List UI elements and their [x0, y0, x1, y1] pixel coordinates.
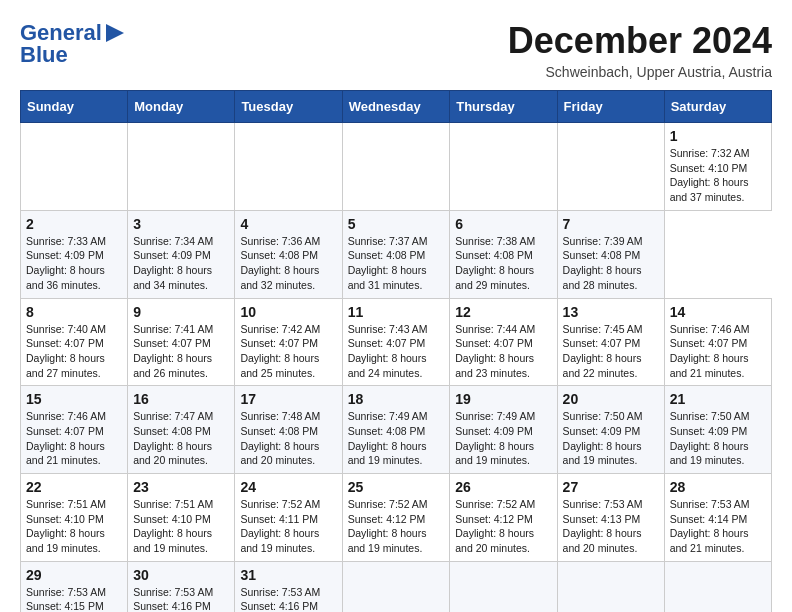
day-number: 29 — [26, 567, 122, 583]
calendar-week-row: 8 Sunrise: 7:40 AM Sunset: 4:07 PM Dayli… — [21, 298, 772, 386]
calendar-cell: 12 Sunrise: 7:44 AM Sunset: 4:07 PM Dayl… — [450, 298, 557, 386]
day-number: 22 — [26, 479, 122, 495]
day-info: Sunrise: 7:52 AM Sunset: 4:12 PM Dayligh… — [455, 497, 551, 556]
day-number: 7 — [563, 216, 659, 232]
calendar-cell — [450, 123, 557, 211]
day-info: Sunrise: 7:36 AM Sunset: 4:08 PM Dayligh… — [240, 234, 336, 293]
day-info: Sunrise: 7:49 AM Sunset: 4:09 PM Dayligh… — [455, 409, 551, 468]
day-info: Sunrise: 7:40 AM Sunset: 4:07 PM Dayligh… — [26, 322, 122, 381]
day-info: Sunrise: 7:53 AM Sunset: 4:13 PM Dayligh… — [563, 497, 659, 556]
calendar-cell: 3 Sunrise: 7:34 AM Sunset: 4:09 PM Dayli… — [128, 210, 235, 298]
day-number: 31 — [240, 567, 336, 583]
day-info: Sunrise: 7:33 AM Sunset: 4:09 PM Dayligh… — [26, 234, 122, 293]
calendar-cell: 13 Sunrise: 7:45 AM Sunset: 4:07 PM Dayl… — [557, 298, 664, 386]
day-number: 23 — [133, 479, 229, 495]
calendar-cell: 8 Sunrise: 7:40 AM Sunset: 4:07 PM Dayli… — [21, 298, 128, 386]
calendar-cell — [557, 561, 664, 612]
day-info: Sunrise: 7:49 AM Sunset: 4:08 PM Dayligh… — [348, 409, 445, 468]
day-number: 3 — [133, 216, 229, 232]
calendar-cell: 16 Sunrise: 7:47 AM Sunset: 4:08 PM Dayl… — [128, 386, 235, 474]
day-number: 9 — [133, 304, 229, 320]
day-info: Sunrise: 7:46 AM Sunset: 4:07 PM Dayligh… — [26, 409, 122, 468]
col-thursday: Thursday — [450, 91, 557, 123]
day-number: 4 — [240, 216, 336, 232]
calendar-cell: 28 Sunrise: 7:53 AM Sunset: 4:14 PM Dayl… — [664, 474, 771, 562]
calendar-cell: 7 Sunrise: 7:39 AM Sunset: 4:08 PM Dayli… — [557, 210, 664, 298]
day-number: 26 — [455, 479, 551, 495]
calendar-week-row: 22 Sunrise: 7:51 AM Sunset: 4:10 PM Dayl… — [21, 474, 772, 562]
calendar-cell: 9 Sunrise: 7:41 AM Sunset: 4:07 PM Dayli… — [128, 298, 235, 386]
day-number: 21 — [670, 391, 766, 407]
page-header: General Blue December 2024 Schweinbach, … — [20, 20, 772, 80]
calendar-table: Sunday Monday Tuesday Wednesday Thursday… — [20, 90, 772, 612]
day-info: Sunrise: 7:51 AM Sunset: 4:10 PM Dayligh… — [26, 497, 122, 556]
calendar-cell: 25 Sunrise: 7:52 AM Sunset: 4:12 PM Dayl… — [342, 474, 450, 562]
calendar-cell: 2 Sunrise: 7:33 AM Sunset: 4:09 PM Dayli… — [21, 210, 128, 298]
calendar-cell — [342, 123, 450, 211]
title-block: December 2024 Schweinbach, Upper Austria… — [508, 20, 772, 80]
calendar-cell — [235, 123, 342, 211]
day-info: Sunrise: 7:46 AM Sunset: 4:07 PM Dayligh… — [670, 322, 766, 381]
day-number: 14 — [670, 304, 766, 320]
day-number: 15 — [26, 391, 122, 407]
day-info: Sunrise: 7:48 AM Sunset: 4:08 PM Dayligh… — [240, 409, 336, 468]
day-info: Sunrise: 7:38 AM Sunset: 4:08 PM Dayligh… — [455, 234, 551, 293]
calendar-cell: 21 Sunrise: 7:50 AM Sunset: 4:09 PM Dayl… — [664, 386, 771, 474]
day-number: 28 — [670, 479, 766, 495]
day-number: 20 — [563, 391, 659, 407]
calendar-cell — [342, 561, 450, 612]
day-info: Sunrise: 7:53 AM Sunset: 4:16 PM Dayligh… — [133, 585, 229, 612]
calendar-cell — [21, 123, 128, 211]
col-wednesday: Wednesday — [342, 91, 450, 123]
calendar-cell: 11 Sunrise: 7:43 AM Sunset: 4:07 PM Dayl… — [342, 298, 450, 386]
day-info: Sunrise: 7:47 AM Sunset: 4:08 PM Dayligh… — [133, 409, 229, 468]
day-info: Sunrise: 7:53 AM Sunset: 4:16 PM Dayligh… — [240, 585, 336, 612]
day-info: Sunrise: 7:43 AM Sunset: 4:07 PM Dayligh… — [348, 322, 445, 381]
day-info: Sunrise: 7:52 AM Sunset: 4:12 PM Dayligh… — [348, 497, 445, 556]
calendar-week-row: 1 Sunrise: 7:32 AM Sunset: 4:10 PM Dayli… — [21, 123, 772, 211]
day-info: Sunrise: 7:37 AM Sunset: 4:08 PM Dayligh… — [348, 234, 445, 293]
calendar-cell — [450, 561, 557, 612]
location-subtitle: Schweinbach, Upper Austria, Austria — [508, 64, 772, 80]
day-info: Sunrise: 7:52 AM Sunset: 4:11 PM Dayligh… — [240, 497, 336, 556]
day-number: 19 — [455, 391, 551, 407]
calendar-cell — [557, 123, 664, 211]
calendar-cell: 18 Sunrise: 7:49 AM Sunset: 4:08 PM Dayl… — [342, 386, 450, 474]
calendar-cell: 20 Sunrise: 7:50 AM Sunset: 4:09 PM Dayl… — [557, 386, 664, 474]
day-number: 24 — [240, 479, 336, 495]
calendar-cell: 14 Sunrise: 7:46 AM Sunset: 4:07 PM Dayl… — [664, 298, 771, 386]
day-info: Sunrise: 7:34 AM Sunset: 4:09 PM Dayligh… — [133, 234, 229, 293]
day-number: 25 — [348, 479, 445, 495]
calendar-week-row: 29 Sunrise: 7:53 AM Sunset: 4:15 PM Dayl… — [21, 561, 772, 612]
day-info: Sunrise: 7:41 AM Sunset: 4:07 PM Dayligh… — [133, 322, 229, 381]
col-monday: Monday — [128, 91, 235, 123]
calendar-cell: 15 Sunrise: 7:46 AM Sunset: 4:07 PM Dayl… — [21, 386, 128, 474]
svg-marker-0 — [106, 24, 124, 42]
calendar-week-row: 2 Sunrise: 7:33 AM Sunset: 4:09 PM Dayli… — [21, 210, 772, 298]
calendar-cell: 23 Sunrise: 7:51 AM Sunset: 4:10 PM Dayl… — [128, 474, 235, 562]
calendar-cell: 5 Sunrise: 7:37 AM Sunset: 4:08 PM Dayli… — [342, 210, 450, 298]
calendar-cell: 24 Sunrise: 7:52 AM Sunset: 4:11 PM Dayl… — [235, 474, 342, 562]
day-number: 16 — [133, 391, 229, 407]
day-info: Sunrise: 7:53 AM Sunset: 4:14 PM Dayligh… — [670, 497, 766, 556]
month-title: December 2024 — [508, 20, 772, 62]
day-number: 6 — [455, 216, 551, 232]
col-friday: Friday — [557, 91, 664, 123]
day-info: Sunrise: 7:53 AM Sunset: 4:15 PM Dayligh… — [26, 585, 122, 612]
day-info: Sunrise: 7:44 AM Sunset: 4:07 PM Dayligh… — [455, 322, 551, 381]
col-sunday: Sunday — [21, 91, 128, 123]
calendar-cell: 30 Sunrise: 7:53 AM Sunset: 4:16 PM Dayl… — [128, 561, 235, 612]
calendar-header-row: Sunday Monday Tuesday Wednesday Thursday… — [21, 91, 772, 123]
calendar-cell: 1 Sunrise: 7:32 AM Sunset: 4:10 PM Dayli… — [664, 123, 771, 211]
day-info: Sunrise: 7:32 AM Sunset: 4:10 PM Dayligh… — [670, 146, 766, 205]
calendar-cell: 6 Sunrise: 7:38 AM Sunset: 4:08 PM Dayli… — [450, 210, 557, 298]
day-number: 2 — [26, 216, 122, 232]
calendar-cell: 26 Sunrise: 7:52 AM Sunset: 4:12 PM Dayl… — [450, 474, 557, 562]
calendar-cell: 31 Sunrise: 7:53 AM Sunset: 4:16 PM Dayl… — [235, 561, 342, 612]
col-saturday: Saturday — [664, 91, 771, 123]
day-info: Sunrise: 7:42 AM Sunset: 4:07 PM Dayligh… — [240, 322, 336, 381]
day-number: 11 — [348, 304, 445, 320]
day-number: 27 — [563, 479, 659, 495]
calendar-cell: 27 Sunrise: 7:53 AM Sunset: 4:13 PM Dayl… — [557, 474, 664, 562]
calendar-week-row: 15 Sunrise: 7:46 AM Sunset: 4:07 PM Dayl… — [21, 386, 772, 474]
